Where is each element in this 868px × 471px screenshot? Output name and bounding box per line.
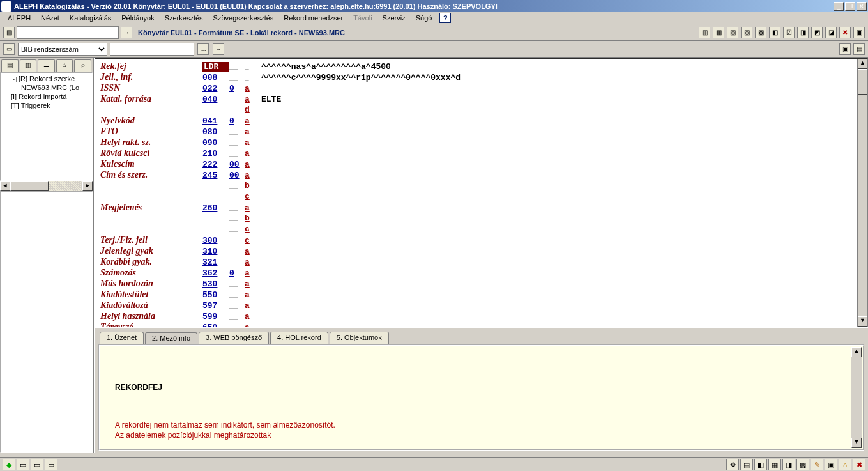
- field-indicator[interactable]: 00: [229, 171, 245, 180]
- tool-r3[interactable]: ▧: [727, 27, 738, 38]
- field-indicator[interactable]: __: [229, 248, 245, 256]
- field-subfield[interactable]: c: [245, 236, 256, 245]
- record-row[interactable]: __c: [100, 192, 862, 203]
- record-row[interactable]: Rek.fejLDR___^^^^^^nas^a^^^^^^^^^a^4500: [100, 61, 862, 72]
- tool-r9[interactable]: ◩: [811, 27, 823, 38]
- record-row[interactable]: __d: [100, 105, 862, 116]
- field-subfield[interactable]: b: [245, 213, 256, 223]
- record-row[interactable]: Cím és szerz.24500a: [100, 170, 862, 181]
- menu-rekord-menedzser[interactable]: Rekord menedzser: [278, 13, 348, 23]
- field-subfield[interactable]: a: [245, 95, 256, 104]
- tree-child-record[interactable]: NEW693.MRC (Lo: [1, 83, 92, 92]
- field-tag[interactable]: 310: [202, 247, 229, 256]
- menu-peldanyok[interactable]: Példányok: [116, 13, 159, 23]
- field-indicator[interactable]: __: [229, 237, 245, 245]
- field-subfield[interactable]: a: [245, 290, 256, 300]
- field-tag[interactable]: 090: [202, 138, 229, 148]
- st-r1[interactable]: ✥: [726, 459, 739, 470]
- record-row[interactable]: Megjelenés260__a: [100, 203, 862, 213]
- field-subfield[interactable]: a: [245, 312, 256, 321]
- field-tag[interactable]: 599: [202, 312, 229, 321]
- bib-go-button[interactable]: →: [213, 43, 224, 55]
- field-indicator[interactable]: __: [229, 313, 245, 321]
- record-row[interactable]: __b: [100, 213, 862, 224]
- field-indicator[interactable]: 0: [229, 268, 245, 278]
- record-row[interactable]: Más hordozón530__a: [100, 279, 862, 290]
- field-tag[interactable]: 321: [202, 258, 229, 267]
- field-subfield[interactable]: a: [245, 301, 256, 311]
- field-subfield[interactable]: a: [245, 171, 256, 180]
- field-tag[interactable]: 041: [202, 116, 229, 126]
- left-tab-1[interactable]: ▤: [1, 59, 19, 72]
- field-subfield[interactable]: a: [245, 84, 256, 93]
- bib-browse-button[interactable]: …: [197, 43, 209, 55]
- tool-r5[interactable]: ▩: [755, 27, 766, 38]
- field-indicator[interactable]: __: [229, 106, 245, 114]
- field-subfield[interactable]: a: [245, 247, 256, 256]
- field-indicator[interactable]: __: [229, 226, 245, 233]
- left-tab-4[interactable]: ⌂: [56, 59, 73, 72]
- field-subfield[interactable]: a: [245, 138, 256, 148]
- record-row[interactable]: __b: [100, 181, 862, 192]
- bib-input[interactable]: [110, 43, 194, 56]
- status-icon-3[interactable]: ▭: [31, 459, 43, 470]
- left-tab-3[interactable]: ☰: [38, 59, 55, 72]
- tree-hscroll[interactable]: ◄ ►: [0, 181, 93, 191]
- field-indicator[interactable]: __: [229, 302, 245, 310]
- bib-selector[interactable]: BIB rendszerszám: [18, 43, 107, 56]
- field-data[interactable]: ^^^^^^c^^^^9999xx^^r1p^^^^^^^0^^^^0xxx^d: [256, 73, 862, 82]
- field-data[interactable]: ^^^^^^nas^a^^^^^^^^^a^4500: [256, 62, 862, 72]
- bottom-tab-4[interactable]: 5. Objektumok: [330, 332, 389, 344]
- field-subfield[interactable]: a: [245, 116, 256, 126]
- field-subfield[interactable]: _: [245, 63, 256, 71]
- tool-r12[interactable]: ▣: [853, 27, 865, 38]
- st-r4[interactable]: ▦: [768, 459, 781, 470]
- tool-r6[interactable]: ◧: [769, 27, 780, 38]
- field-tag[interactable]: 008: [202, 73, 229, 82]
- scroll-left-icon[interactable]: ◄: [0, 181, 10, 191]
- bottom-tab-0[interactable]: 1. Üzenet: [100, 332, 144, 344]
- field-indicator[interactable]: 0: [229, 84, 245, 93]
- st-r6[interactable]: ▩: [796, 459, 809, 470]
- record-row[interactable]: Számozás3620a: [100, 268, 862, 279]
- field-indicator[interactable]: 0: [229, 116, 245, 126]
- field-indicator[interactable]: 00: [229, 160, 245, 169]
- field-data[interactable]: ELTE: [256, 95, 862, 104]
- scroll-down-icon[interactable]: ▼: [858, 316, 867, 327]
- field-indicator[interactable]: __: [229, 63, 245, 71]
- tool-r10[interactable]: ◪: [825, 27, 837, 38]
- exit-icon[interactable]: ✖: [853, 459, 865, 470]
- record-row[interactable]: Jelenlegi gyak310__a: [100, 246, 862, 257]
- tool2-r2[interactable]: ▤: [853, 43, 865, 55]
- record-editor[interactable]: Rek.fejLDR___^^^^^^nas^a^^^^^^^^^a^4500J…: [95, 58, 868, 327]
- field-tag[interactable]: 530: [202, 279, 229, 289]
- menu-nezet[interactable]: Nézet: [36, 13, 65, 23]
- bottom-tab-1[interactable]: 2. Mező info: [145, 332, 197, 345]
- go-button[interactable]: →: [121, 27, 132, 38]
- menu-katalogizalas[interactable]: Katalogizálás: [65, 13, 116, 23]
- field-tag[interactable]: 022: [202, 84, 229, 93]
- left-tab-2[interactable]: ▥: [20, 59, 37, 72]
- record-row[interactable]: __c: [100, 224, 862, 235]
- field-tag[interactable]: 300: [202, 236, 229, 245]
- info-scroll-up-icon[interactable]: ▲: [851, 347, 862, 357]
- field-subfield[interactable]: a: [245, 268, 256, 278]
- record-row[interactable]: ISSN0220a: [100, 83, 862, 94]
- tool-r2[interactable]: ▦: [713, 27, 724, 38]
- tool-r1[interactable]: ▥: [699, 27, 710, 38]
- restore-button[interactable]: ❐: [845, 2, 855, 11]
- field-subfield[interactable]: _: [245, 74, 256, 82]
- close-button[interactable]: ✕: [857, 2, 867, 11]
- field-indicator[interactable]: __: [229, 139, 245, 147]
- record-row[interactable]: Tárgyszó650__a: [100, 322, 862, 327]
- st-r8[interactable]: ▣: [825, 459, 837, 470]
- st-r3[interactable]: ◧: [754, 459, 767, 470]
- info-scroll-down-icon[interactable]: ▼: [851, 438, 862, 448]
- record-scroll-thumb[interactable]: [858, 69, 867, 95]
- field-indicator[interactable]: __: [229, 74, 245, 82]
- field-subfield[interactable]: c: [245, 192, 256, 201]
- toolbar-search-input[interactable]: [17, 26, 119, 39]
- field-tag[interactable]: 040: [202, 95, 229, 104]
- field-tag[interactable]: 080: [202, 127, 229, 137]
- tool-delete[interactable]: ✖: [839, 27, 851, 38]
